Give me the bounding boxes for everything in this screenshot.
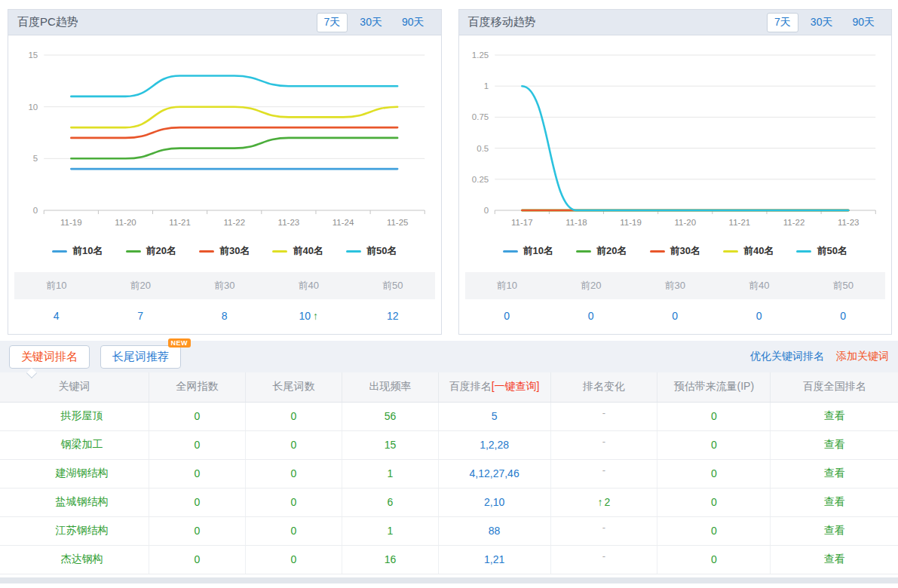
x-tick-label: 11-22 <box>783 218 805 227</box>
tab-90-days[interactable]: 90天 <box>394 13 432 32</box>
add-keyword-link[interactable]: 添加关键词 <box>836 350 889 363</box>
traffic-cell: 0 <box>657 488 771 516</box>
baidu-rank-cell[interactable]: 5 <box>438 402 550 430</box>
legend-line-marker <box>576 250 591 253</box>
legend-item-前40名: 前40名 <box>723 244 774 258</box>
frequency-cell: 56 <box>342 402 438 430</box>
index-cell: 0 <box>149 545 245 574</box>
index-cell: 0 <box>149 402 245 430</box>
legend-item-前10名: 前10名 <box>503 244 553 258</box>
x-tick-label: 11-24 <box>333 218 354 227</box>
frequency-cell: 6 <box>342 488 438 516</box>
line-series-前20名 <box>71 138 397 158</box>
legend-label: 前10名 <box>72 244 103 258</box>
legend-line-marker <box>272 250 287 253</box>
summary-col-header: 前40 <box>717 279 801 292</box>
panel-baidu-pc-trend: 百度PC趋势 7天 30天 90天 05101511-1911-2011-211… <box>8 9 442 335</box>
legend-label: 前20名 <box>596 244 627 258</box>
rank-change-cell: - <box>550 430 657 459</box>
summary-values-row: 00000 <box>465 299 886 326</box>
summary-value: 0 <box>717 310 801 322</box>
legend-label: 前30名 <box>219 244 250 258</box>
keyword-cell[interactable]: 江苏钢结构 <box>0 516 149 545</box>
y-tick-label: 0.5 <box>477 144 489 153</box>
keyword-cell[interactable]: 拱形屋顶 <box>0 402 149 430</box>
summary-values-row: 47810↑12 <box>14 299 435 326</box>
baidu-rank-cell[interactable]: 2,10 <box>438 488 550 516</box>
panel-body: 00.250.50.7511.2511-1711-1811-1911-2011-… <box>459 35 892 334</box>
view-link[interactable]: 查看 <box>824 553 845 565</box>
view-link[interactable]: 查看 <box>824 524 845 536</box>
baidu-rank-cell[interactable]: 1,21 <box>438 545 550 574</box>
baidu-rank-cell[interactable]: 1,2,28 <box>438 430 550 459</box>
tab-90-days[interactable]: 90天 <box>844 13 882 32</box>
view-link[interactable]: 查看 <box>824 467 845 479</box>
x-tick-label: 11-23 <box>837 218 859 227</box>
tab-keyword-ranking[interactable]: 关键词排名 <box>9 345 90 369</box>
summary-col-header: 前20 <box>99 279 183 292</box>
legend-line-marker <box>796 250 811 253</box>
summary-value: 12 <box>351 310 435 322</box>
summary-value: 10↑ <box>267 310 351 322</box>
rank-change-cell: ↑2 <box>550 488 657 516</box>
legend-label: 前10名 <box>523 244 553 258</box>
keyword-links: 优化关键词排名 添加关键词 <box>750 350 889 363</box>
tab-longtail-suggestions[interactable]: 长尾词推荐 NEW <box>100 345 181 369</box>
legend-item-前40名: 前40名 <box>272 244 323 258</box>
action-cell: 查看 <box>771 459 898 488</box>
view-link[interactable]: 查看 <box>824 495 845 507</box>
table-row: 盐城钢结构0062,10↑20查看 <box>0 488 898 516</box>
x-tick-label: 11-17 <box>511 218 533 227</box>
table-row: 建湖钢结构0014,12,27,46-0查看 <box>0 459 898 488</box>
longtail-count-cell: 0 <box>245 402 342 430</box>
frequency-cell: 16 <box>342 545 438 574</box>
no-change-dash: - <box>602 436 605 447</box>
column-header-出现频率: 出现频率 <box>342 372 438 402</box>
keyword-cell[interactable]: 建湖钢结构 <box>0 459 149 488</box>
one-click-query-label[interactable]: [一键查询] <box>492 380 540 392</box>
table-row: 江苏钢结构00188-0查看 <box>0 516 898 545</box>
x-tick-label: 11-25 <box>387 218 409 227</box>
summary-col-header: 前20 <box>549 279 633 292</box>
summary-header-row: 前10前20前30前40前50 <box>14 272 435 299</box>
summary-value: 0 <box>465 310 550 322</box>
legend-item-前50名: 前50名 <box>796 244 847 258</box>
view-link[interactable]: 查看 <box>824 438 845 450</box>
rank-change-cell: - <box>550 402 657 430</box>
panel-title: 百度PC趋势 <box>17 15 78 29</box>
panel-baidu-mobile-trend: 百度移动趋势 7天 30天 90天 00.250.50.7511.2511-17… <box>458 9 893 335</box>
x-tick-label: 11-22 <box>223 218 245 227</box>
legend-line-marker <box>503 250 518 253</box>
baidu-rank-cell[interactable]: 88 <box>438 516 550 545</box>
keyword-cell[interactable]: 杰达钢构 <box>0 545 149 574</box>
keyword-cell[interactable]: 钢梁加工 <box>0 430 149 459</box>
action-cell: 查看 <box>771 516 898 545</box>
longtail-count-cell: 0 <box>245 516 342 545</box>
baidu-rank-cell[interactable]: 4,12,27,46 <box>438 459 550 488</box>
summary-value: 4 <box>14 310 99 322</box>
legend-label: 前30名 <box>670 244 700 258</box>
y-tick-label: 15 <box>28 51 38 60</box>
column-header-关键词: 关键词 <box>0 372 149 402</box>
optimize-keyword-ranking-link[interactable]: 优化关键词排名 <box>750 350 824 363</box>
view-link[interactable]: 查看 <box>824 409 845 421</box>
tab-7-days[interactable]: 7天 <box>317 13 348 32</box>
frequency-cell: 1 <box>342 459 438 488</box>
summary-col-header: 前50 <box>351 279 435 292</box>
summary-value: 0 <box>549 310 633 322</box>
range-tabs: 7天 30天 90天 <box>312 13 432 32</box>
index-cell: 0 <box>149 459 245 488</box>
keyword-cell[interactable]: 盐城钢结构 <box>0 488 149 516</box>
summary-value: 7 <box>99 310 183 322</box>
summary-header-row: 前10前20前30前40前50 <box>465 272 886 299</box>
tab-30-days[interactable]: 30天 <box>803 13 841 32</box>
new-badge: NEW <box>168 338 192 348</box>
legend-label: 前50名 <box>366 244 397 258</box>
tab-7-days[interactable]: 7天 <box>767 13 798 32</box>
action-cell: 查看 <box>771 488 898 516</box>
longtail-count-cell: 0 <box>245 459 342 488</box>
legend-item-前10名: 前10名 <box>52 244 103 258</box>
y-tick-label: 0 <box>33 206 38 215</box>
y-tick-label: 0 <box>483 206 488 215</box>
tab-30-days[interactable]: 30天 <box>352 13 390 32</box>
